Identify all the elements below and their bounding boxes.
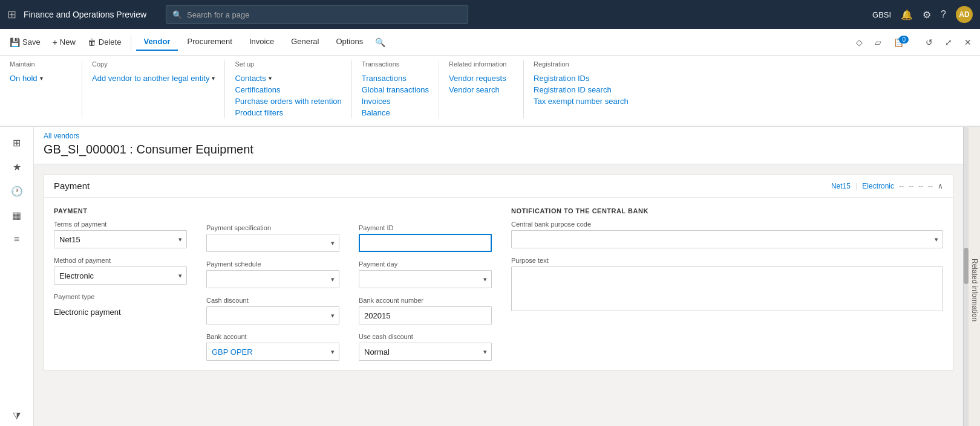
- payment-specification-select[interactable]: [206, 234, 339, 252]
- new-button[interactable]: + New: [48, 35, 80, 50]
- search-icon: 🔍: [172, 10, 182, 19]
- invoices-item[interactable]: Invoices: [362, 95, 429, 107]
- payment-id-input[interactable]: [359, 234, 492, 252]
- use-cash-discount-select[interactable]: Normal: [359, 343, 492, 361]
- expand-icon[interactable]: ⤢: [941, 35, 956, 50]
- net15-tag[interactable]: Net15: [831, 182, 851, 190]
- bank-account-number-input[interactable]: 202015: [359, 306, 492, 324]
- method-of-payment-select[interactable]: Electronic: [54, 266, 187, 285]
- purpose-text-field: Purpose text: [511, 257, 943, 311]
- purpose-text-input[interactable]: [511, 266, 943, 311]
- use-cash-discount-select-wrapper: Normal: [359, 343, 492, 361]
- related-information-panel[interactable]: Related information: [968, 127, 980, 426]
- vendor-requests-item[interactable]: Vendor requests: [449, 73, 514, 84]
- contacts-item[interactable]: Contacts ▾: [235, 73, 341, 84]
- notification-icon[interactable]: 🔔: [901, 9, 913, 21]
- save-button[interactable]: 💾 Save: [5, 35, 45, 50]
- payment-section: Payment Net15 | Electronic -- -- -- -- ∧: [44, 174, 953, 371]
- close-icon[interactable]: ✕: [961, 35, 975, 50]
- on-hold-item[interactable]: On hold ▾: [10, 73, 72, 84]
- payment-col-4: NOTIFICATION TO THE CENTRAL BANK Central…: [511, 207, 943, 361]
- delete-button[interactable]: 🗑 Delete: [83, 35, 126, 50]
- chevron-icon: ▾: [269, 75, 272, 82]
- payment-sub-label: PAYMENT: [54, 207, 187, 215]
- sidebar-home-icon[interactable]: ⊞: [6, 132, 28, 153]
- central-bank-purpose-code-field: Central bank purpose code: [511, 221, 943, 248]
- cash-discount-select-wrapper: [206, 306, 339, 324]
- bank-account-select-wrapper: GBP OPER: [206, 343, 339, 361]
- sidebar-favorites-icon[interactable]: ★: [6, 156, 28, 178]
- breadcrumb[interactable]: All vendors: [44, 132, 953, 140]
- product-filters-item[interactable]: Product filters: [235, 107, 341, 118]
- dropdown-group-registration: Registration Registration IDs Registrati…: [524, 60, 638, 118]
- help-icon[interactable]: ?: [941, 9, 946, 20]
- payment-id-field: Payment ID: [359, 224, 492, 252]
- bank-account-number-field: Bank account number 202015: [359, 297, 492, 324]
- payment-day-select-wrapper: [359, 270, 492, 288]
- central-bank-purpose-code-wrapper: [511, 230, 943, 248]
- cash-discount-select[interactable]: [206, 306, 339, 324]
- diamond-icon[interactable]: ◇: [852, 35, 866, 50]
- use-cash-discount-label: Use cash discount: [359, 333, 492, 340]
- tax-exempt-search-item[interactable]: Tax exempt number search: [534, 95, 629, 107]
- terms-of-payment-select[interactable]: Net15: [54, 230, 187, 248]
- method-of-payment-field: Method of payment Electronic: [54, 257, 187, 285]
- tab-procurement[interactable]: Procurement: [180, 33, 240, 51]
- refresh-icon[interactable]: ↺: [922, 35, 936, 50]
- main-content: All vendors GB_SI_000001 : Consumer Equi…: [34, 127, 963, 426]
- sidebar-filter-icon[interactable]: ⧩: [6, 405, 28, 426]
- page-title: GB_SI_000001 : Consumer Equipment: [44, 143, 953, 157]
- notification-badge-btn[interactable]: 📋0: [890, 35, 917, 50]
- copy-group-label: Copy: [92, 60, 215, 68]
- search-ribbon-icon[interactable]: 🔍: [375, 37, 385, 47]
- tab-options[interactable]: Options: [328, 33, 370, 51]
- add-icon: +: [53, 37, 57, 47]
- global-transactions-item[interactable]: Global transactions: [362, 84, 429, 95]
- payment-type-field: Payment type Electronic payment: [54, 293, 187, 321]
- section-collapse-icon[interactable]: ∧: [938, 182, 943, 190]
- payment-schedule-select[interactable]: [206, 270, 339, 288]
- electronic-tag[interactable]: Electronic: [862, 182, 894, 190]
- vendor-search-item[interactable]: Vendor search: [449, 84, 514, 95]
- ribbon-separator: [131, 34, 131, 51]
- balance-item[interactable]: Balance: [362, 107, 429, 118]
- purchase-orders-retention-item[interactable]: Purchase orders with retention: [235, 95, 341, 107]
- section-header-right: Net15 | Electronic -- -- -- -- ∧: [831, 181, 943, 190]
- registration-id-search-item[interactable]: Registration ID search: [534, 84, 629, 95]
- maintain-group-label: Maintain: [10, 60, 72, 68]
- payment-schedule-label: Payment schedule: [206, 260, 339, 268]
- registration-group-label: Registration: [534, 60, 629, 68]
- payment-schedule-select-wrapper: [206, 270, 339, 288]
- sidebar-recent-icon[interactable]: 🕐: [6, 180, 28, 202]
- payment-type-label: Payment type: [54, 293, 187, 300]
- panel-icon[interactable]: ▱: [871, 35, 885, 50]
- bank-account-field: Bank account GBP OPER: [206, 333, 339, 361]
- search-bar[interactable]: 🔍 Search for a page: [166, 5, 468, 24]
- transactions-item[interactable]: Transactions: [362, 73, 429, 84]
- page-header: All vendors GB_SI_000001 : Consumer Equi…: [34, 127, 963, 164]
- tab-invoice[interactable]: Invoice: [242, 33, 281, 51]
- purpose-text-label: Purpose text: [511, 257, 943, 264]
- grid-icon[interactable]: ⊞: [7, 8, 16, 21]
- user-avatar[interactable]: AD: [956, 6, 973, 23]
- tab-general[interactable]: General: [284, 33, 326, 51]
- left-sidebar: ⊞ ★ 🕐 ▦ ≡ ⧩ ≡: [0, 127, 34, 426]
- sidebar-workspaces-icon[interactable]: ▦: [6, 204, 28, 226]
- payment-day-select[interactable]: [359, 270, 492, 288]
- notification-count: 0: [899, 36, 909, 44]
- sidebar-modules-icon[interactable]: ≡: [6, 228, 28, 250]
- bank-account-select[interactable]: GBP OPER: [206, 343, 339, 361]
- add-vendor-legal-entity-item[interactable]: Add vendor to another legal entity ▾: [92, 73, 215, 84]
- scrollbar[interactable]: [963, 127, 968, 426]
- certifications-item[interactable]: Certifications: [235, 84, 341, 95]
- registration-ids-item[interactable]: Registration IDs: [534, 73, 629, 84]
- terms-of-payment-label: Terms of payment: [54, 221, 187, 228]
- central-bank-purpose-code-select[interactable]: [511, 230, 943, 248]
- method-of-payment-select-wrapper: Electronic: [54, 266, 187, 285]
- settings-icon[interactable]: ⚙: [923, 9, 931, 21]
- payment-specification-label: Payment specification: [206, 224, 339, 231]
- main-layout: ⊞ ★ 🕐 ▦ ≡ ⧩ ≡ All vendors GB_SI_000001 :…: [0, 127, 980, 426]
- scrollbar-thumb[interactable]: [964, 248, 969, 284]
- tab-vendor[interactable]: Vendor: [136, 33, 177, 51]
- payment-day-field: Payment day: [359, 260, 492, 288]
